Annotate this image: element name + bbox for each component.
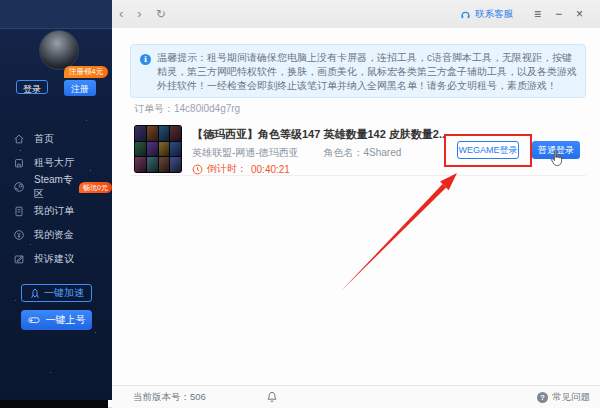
account-server: 英雄联盟-网通-德玛西亚 [192,147,299,158]
avatar[interactable] [39,30,79,70]
one-key-boost-button[interactable]: 一键加速 [21,284,92,302]
headset-icon [460,9,471,20]
gamepad-icon [28,314,41,327]
bottom-left-strip [0,400,108,408]
sidebar: 注册领4元 登录 注册 首页 租号大厅 Steam专区 畅玩0元 我的订单 [0,0,112,400]
sidebar-item-feedback[interactable]: 投诉建议 [13,247,112,271]
steam-icon [13,181,25,193]
version-label: 当前版本号：506 [133,391,206,404]
account-title: 【德玛西亚】角色等级147 英雄数量142 皮肤数量2.. [192,127,445,142]
countdown-row: 倒计时：00:40:21 [192,162,290,176]
sidebar-item-steam-zone[interactable]: Steam专区 畅玩0元 [13,175,112,199]
sidebar-item-label: 我的订单 [34,204,74,218]
funds-icon [13,229,25,241]
sidebar-item-label: 首页 [34,132,54,146]
info-icon: i [140,54,151,65]
status-bar: 当前版本号：506 ? 常见问题 [112,385,600,408]
contact-support-link[interactable]: 联系客服 [460,8,513,21]
question-icon: ? [537,392,548,403]
contact-support-label: 联系客服 [475,8,513,21]
wegame-login-button[interactable]: WEGAME登录 [457,141,519,159]
sidebar-header-strip [0,0,112,29]
minimize-icon[interactable]: − [548,0,569,28]
close-icon[interactable]: × [569,0,590,28]
faq-label: 常见问题 [552,391,590,404]
sidebar-item-label: 租号大厅 [34,156,74,170]
titlebar-controls: 联系客服 ≡ − × [460,0,600,28]
account-role: 角色名：4Shared [323,147,401,158]
sidebar-item-rental-hall[interactable]: 租号大厅 [13,151,112,175]
nav-back-icon[interactable]: ‹ [112,0,130,28]
nav-forward-icon[interactable]: › [130,0,148,28]
sidebar-item-label: 投诉建议 [34,252,74,266]
faq-link[interactable]: ? 常见问题 [537,391,590,404]
register-reward-badge: 注册领4元 [64,66,108,78]
account-thumbnail [134,125,182,173]
home-icon [13,133,25,145]
rocket-icon [29,288,40,299]
sidebar-menu: 首页 租号大厅 Steam专区 畅玩0元 我的订单 我的资金 投诉建议 [13,127,112,271]
order-number: 订单号：14c80i0d4g7rg [134,102,240,116]
sidebar-item-label: 我的资金 [34,228,74,242]
countdown-value: 00:40:21 [251,164,290,175]
title-bar: ‹ › ↻ 联系客服 ≡ − × [112,0,600,29]
bell-icon[interactable] [266,391,278,403]
orders-icon [13,205,25,217]
normal-login-button[interactable]: 普通登录 [532,141,580,159]
sidebar-item-home[interactable]: 首页 [13,127,112,151]
countdown-label: 倒计时： [207,162,247,176]
clock-icon [192,164,203,175]
notice-banner: i 温馨提示：租号期间请确保您电脑上没有卡屏器，连招工具，c语音脚本工具，无限视… [130,44,586,98]
feedback-icon [13,253,25,265]
account-subtitle: 英雄联盟-网通-德玛西亚 角色名：4Shared [192,146,401,160]
sidebar-item-my-orders[interactable]: 我的订单 [13,199,112,223]
steam-free-badge: 畅玩0元 [79,182,112,193]
one-key-login-button[interactable]: 一键上号 [21,310,92,330]
app-window: 注册领4元 登录 注册 首页 租号大厅 Steam专区 畅玩0元 我的订单 [0,0,600,408]
auth-buttons: 登录 注册 [0,80,112,96]
main-content: i 温馨提示：租号期间请确保您电脑上没有卡屏器，连招工具，c语音脚本工具，无限视… [112,28,600,385]
sidebar-item-label: Steam专区 [34,173,74,201]
register-button[interactable]: 注册 [64,80,96,96]
notice-text: 温馨提示：租号期间请确保您电脑上没有卡屏器，连招工具，c语音脚本工具，无限视距，… [157,51,577,93]
sidebar-item-my-funds[interactable]: 我的资金 [13,223,112,247]
rental-hall-icon [13,157,25,169]
login-button[interactable]: 登录 [16,80,48,94]
refresh-icon[interactable]: ↻ [149,0,173,28]
boost-label: 一键加速 [44,286,84,300]
onekey-label: 一键上号 [46,313,86,327]
window-menu-icon[interactable]: ≡ [527,0,548,28]
